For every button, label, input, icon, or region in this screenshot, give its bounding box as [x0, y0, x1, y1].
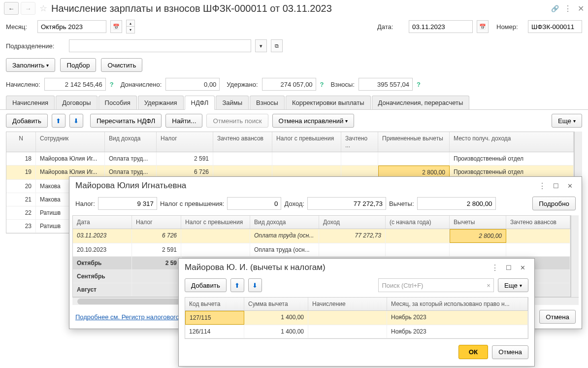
favorite-star-icon[interactable]: ☆ — [39, 3, 47, 14]
dept-input[interactable] — [69, 39, 251, 52]
fill-button[interactable]: Заполнить — [6, 58, 55, 72]
dept-open-button[interactable]: ⧉ — [271, 39, 283, 52]
tab-corrections[interactable]: Корректировки выплаты — [286, 96, 371, 109]
link-icon[interactable]: 🔗 — [551, 5, 559, 12]
menu-dots-icon[interactable]: ⋮ — [564, 4, 572, 13]
cancel-fixes-button[interactable]: Отмена исправлений — [272, 114, 355, 128]
date-input[interactable] — [409, 20, 473, 33]
p1-exc-input[interactable] — [227, 197, 281, 210]
nav-forward-button[interactable]: → — [21, 2, 35, 15]
help-icon-2[interactable]: ? — [320, 81, 324, 88]
popup1-menu-icon[interactable]: ⋮ — [536, 181, 548, 191]
p2-col-month[interactable]: Месяц, за который использовано право н..… — [387, 298, 528, 310]
add-button[interactable]: Добавить — [6, 114, 48, 128]
register-link[interactable]: Подробнее см. Регистр налогового — [75, 313, 179, 321]
cell-n: 21 — [6, 193, 36, 206]
popup1-cancel-button[interactable]: Отмена — [539, 310, 576, 324]
move-up-button[interactable]: ⬆ — [52, 114, 65, 128]
col-excess[interactable]: Налог с превышения — [272, 132, 341, 152]
cell-place: Производственный отдел — [450, 152, 574, 165]
popup2-menu-icon[interactable]: ⋮ — [489, 263, 501, 272]
p1-scrollbar[interactable] — [571, 215, 579, 297]
popup1-close-icon[interactable]: ✕ — [564, 181, 576, 191]
p1-col-adv[interactable]: Зачтено авансов — [506, 216, 570, 229]
pick-button[interactable]: Подбор — [60, 58, 96, 72]
col-income-kind[interactable]: Вид дохода — [105, 132, 157, 152]
more-button[interactable]: Еще — [552, 114, 582, 128]
tab-accruals[interactable]: Начисления — [6, 96, 55, 109]
date-label: Дата: — [377, 23, 405, 31]
p1-col-income[interactable]: Доход — [319, 216, 386, 229]
cancel-search-button[interactable]: Отменить поиск — [206, 114, 268, 128]
popup2-down-button[interactable]: ⬇ — [248, 278, 262, 292]
table-row[interactable]: 127/1151 400,00Ноябрь 2023 — [185, 311, 528, 325]
clear-button[interactable]: Очистить — [101, 58, 142, 72]
table-row[interactable]: 126/1141 400,00Ноябрь 2023 — [185, 325, 528, 338]
search-placeholder: Поиск (Ctrl+F) — [382, 282, 423, 289]
recalc-button[interactable]: Пересчитать НДФЛ — [90, 114, 162, 128]
p1-exc-label: Налог с превышения: — [160, 200, 225, 207]
p1-tax-input[interactable] — [98, 197, 157, 210]
help-icon[interactable]: ? — [110, 81, 114, 88]
tab-withholdings[interactable]: Удержания — [138, 96, 184, 109]
popup2-add-button[interactable]: Добавить — [185, 278, 227, 292]
month-down-button[interactable]: ▾ — [127, 27, 134, 33]
col-credited[interactable]: Зачтено ... — [341, 132, 378, 152]
p1-col-year[interactable]: (с начала года) — [386, 216, 450, 229]
col-n[interactable]: N — [6, 132, 36, 152]
cell-n: 23 — [6, 220, 36, 233]
popup2-cancel-button[interactable]: Отмена — [492, 345, 528, 359]
p2-col-sum[interactable]: Сумма вычета — [244, 298, 308, 310]
p1-income-input[interactable] — [307, 197, 386, 210]
popup2-up-button[interactable]: ⬆ — [230, 278, 244, 292]
popup2-search-input[interactable]: Поиск (Ctrl+F) × — [378, 278, 493, 292]
number-label: Номер: — [496, 23, 524, 31]
table-row[interactable]: 20.10.20232 591Оплата труда (осн... — [73, 243, 570, 257]
tab-benefits[interactable]: Пособия — [98, 96, 137, 109]
popup1-maximize-icon[interactable]: ☐ — [550, 181, 562, 191]
calendar-icon[interactable]: 📅 — [110, 20, 122, 33]
table-row[interactable]: 18Майорова Юлия Иг...Оплата труд...2 591… — [6, 152, 574, 166]
p1-col-date[interactable]: Дата — [73, 216, 132, 229]
col-deductions[interactable]: Примененные вычеты — [378, 132, 450, 152]
dept-dropdown-button[interactable]: ▾ — [255, 39, 267, 52]
p1-income-label: Доход: — [284, 200, 304, 207]
month-up-button[interactable]: ▴ — [127, 20, 134, 27]
col-tax[interactable]: Налог — [157, 132, 213, 152]
p1-col-kind[interactable]: Вид дохода — [250, 216, 319, 229]
tab-contrib[interactable]: Взносы — [250, 96, 285, 109]
table-row[interactable]: 03.11.20236 726Оплата труда (осн...77 27… — [73, 229, 570, 243]
p2-col-code[interactable]: Код вычета — [185, 298, 244, 310]
p1-deduct-input[interactable] — [417, 197, 496, 210]
cell-employee: Майорова Юлия Иг... — [36, 152, 105, 165]
p1-col-deduct[interactable]: Вычеты — [450, 216, 506, 229]
cell-n: 22 — [6, 206, 36, 219]
tab-loans[interactable]: Займы — [216, 96, 249, 109]
col-employee[interactable]: Сотрудник — [36, 132, 105, 152]
month-input[interactable] — [37, 20, 106, 33]
nav-back-button[interactable]: ← — [4, 2, 19, 15]
number-input[interactable] — [528, 20, 582, 33]
close-icon[interactable]: ✕ — [578, 4, 584, 13]
popup2-close-icon[interactable]: ✕ — [517, 263, 528, 272]
col-place[interactable]: Место получ. дохода — [450, 132, 574, 152]
tab-contracts[interactable]: Договоры — [56, 96, 97, 109]
p2-col-accrual[interactable]: Начисление — [308, 298, 387, 310]
move-down-button[interactable]: ⬇ — [69, 114, 83, 128]
tab-recalc[interactable]: Доначисления, перерасчеты — [372, 96, 470, 109]
popup2-more-button[interactable]: Еще — [498, 278, 528, 292]
help-icon-3[interactable]: ? — [417, 81, 421, 88]
cell-tax: 2 591 — [157, 152, 213, 165]
p1-col-exc[interactable]: Налог с превышения — [181, 216, 250, 229]
detail-button[interactable]: Подробно — [532, 197, 576, 210]
ok-button[interactable]: ОК — [458, 345, 489, 359]
date-calendar-icon[interactable]: 📅 — [477, 20, 489, 33]
col-advance[interactable]: Зачтено авансов — [213, 132, 272, 152]
tab-ndfl[interactable]: НДФЛ — [185, 96, 215, 110]
cell-n: 20 — [6, 180, 36, 193]
find-button[interactable]: Найти... — [165, 114, 202, 128]
popup2-maximize-icon[interactable]: ☐ — [503, 263, 515, 272]
search-clear-icon[interactable]: × — [487, 282, 490, 289]
dept-label: Подразделение: — [6, 42, 65, 50]
p1-col-tax[interactable]: Налог — [132, 216, 181, 229]
